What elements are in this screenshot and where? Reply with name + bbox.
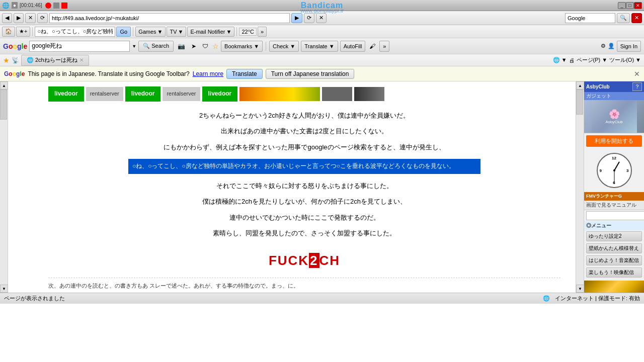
- rec-button[interactable]: [45, 3, 51, 9]
- scroll-thumb[interactable]: [0, 89, 7, 120]
- left-scrollbar[interactable]: ▲ ▼: [0, 81, 8, 293]
- add-btn[interactable]: ★+: [16, 27, 30, 37]
- games-btn[interactable]: Games ▼: [135, 27, 166, 37]
- go-button[interactable]: ▶: [291, 13, 302, 23]
- search-go-button[interactable]: 🔍: [617, 13, 630, 23]
- turn-off-translate-btn[interactable]: Turn off Japanese translation: [266, 69, 355, 79]
- fuck2ch-container: FUCK2CH: [48, 249, 560, 273]
- pause-button[interactable]: [53, 3, 59, 9]
- main-content-area: ▲ ▼ livedoor rentalserver livedoor renta…: [0, 81, 644, 293]
- statusbar-zone: インターネット | 保護モード: 有効: [555, 295, 640, 302]
- check-btn[interactable]: Check ▼: [269, 41, 299, 52]
- home-btn[interactable]: 🏠: [2, 27, 15, 37]
- content-p8: 素晴らし、同盟を発見したので、さっそく加盟する事にした。: [48, 227, 560, 239]
- scroll-track: [0, 89, 8, 285]
- stop-button[interactable]: [61, 3, 67, 9]
- sidebar-menu-item-1[interactable]: ゆったり設定2: [586, 231, 642, 241]
- favorites-tab[interactable]: 🌐 2chねらーは死ね ✕: [21, 55, 89, 66]
- refresh-button[interactable]: ⟳: [37, 13, 48, 23]
- fmv-menu-label: 画面で見るマニュアル: [584, 201, 644, 210]
- scroll-down-btn[interactable]: ▼: [0, 285, 8, 293]
- refresh-btn2[interactable]: ⟳: [304, 13, 314, 23]
- scroll-up-right-btn[interactable]: ▲: [576, 81, 584, 89]
- translate-btn[interactable]: Translate ▼: [301, 41, 338, 52]
- banner-rentalserver-2: rentalserver: [163, 87, 200, 101]
- stop-btn2[interactable]: ✕: [316, 13, 327, 23]
- google-search-input[interactable]: [29, 41, 130, 52]
- separator2: [133, 27, 133, 36]
- browser-icon: 🌐: [2, 2, 10, 9]
- settings-icon[interactable]: ⚙: [601, 43, 606, 49]
- minimize-button[interactable]: _: [618, 2, 626, 9]
- notifier-btn[interactable]: E-mail Notifier ▼: [187, 27, 234, 37]
- learn-more-link[interactable]: Learn more: [193, 70, 223, 77]
- toolbar-search-input[interactable]: [35, 27, 115, 37]
- autofill-btn[interactable]: AutoFill: [340, 41, 366, 52]
- camera-icon-btn[interactable]: 📷: [176, 41, 187, 52]
- back-button[interactable]: ◀: [2, 13, 12, 23]
- toolbar2: 🏠 ★+ Go Games ▼ TV ▼ E-mail Notifier ▼ 2…: [0, 25, 644, 38]
- sidebar-start-button[interactable]: 利用を開始する: [586, 135, 642, 147]
- favorites-tab-label: 2chねらーは死ね: [35, 56, 77, 64]
- expand-btn[interactable]: »: [379, 41, 389, 52]
- sidebar-help-icon[interactable]: ？: [632, 82, 642, 91]
- google-logo-translate: Google: [4, 70, 25, 77]
- banner-dark: [322, 87, 352, 101]
- print-btn[interactable]: 🖨: [569, 57, 575, 63]
- signin-button[interactable]: Sign In: [617, 41, 641, 52]
- content-p5: それでここで時々奴らに対する怒りをぶちまける事にした。: [48, 180, 560, 192]
- search-dropdown-arrow[interactable]: ▼: [132, 44, 136, 49]
- page-btn[interactable]: ページ(P) ▼: [577, 56, 608, 64]
- search-toolbar: Google ▼ 🔍 Search 📷 ➤ 🛡 ☆ Bookmarks ▼ Ch…: [0, 38, 644, 54]
- scroll-down-right-btn[interactable]: ▼: [576, 285, 584, 293]
- content-p2: 出来ればあの連中が書いた文書は2度と目にしたくない。: [48, 125, 560, 137]
- statusbar-text: ページが表示されました: [4, 295, 65, 302]
- address-input[interactable]: [49, 13, 290, 23]
- paint-icon-btn[interactable]: 🖌: [367, 41, 377, 52]
- shield-icon-btn[interactable]: 🛡: [200, 41, 210, 52]
- close-button[interactable]: ✕: [634, 2, 642, 9]
- sidebar-logo-image: 🌸 AsbyClub: [592, 100, 637, 133]
- sidebar-menu-item-4[interactable]: 楽しもう！映像配信: [586, 267, 642, 278]
- sidebar-header-row: AsbyClub ？: [584, 81, 644, 92]
- scroll-up-btn[interactable]: ▲: [0, 81, 8, 89]
- signin-area: ⚙ 👤 Sign In: [601, 41, 641, 52]
- close-tab-icon[interactable]: ✕: [79, 57, 84, 63]
- sidebar-menu-item-2[interactable]: 壁紙かんたん模様替え: [586, 243, 642, 253]
- sidebar-menu-header: ◎メニュー: [584, 221, 644, 230]
- right-scroll-track: [576, 89, 584, 285]
- go-btn[interactable]: Go: [116, 27, 131, 37]
- right-scrollbar[interactable]: ▲ ▼: [576, 81, 584, 293]
- clock-12: 12: [612, 156, 616, 160]
- translate-close-icon[interactable]: ✕: [634, 70, 640, 78]
- page-tools-btn[interactable]: 🌐 ▼: [553, 57, 567, 63]
- content-p1: 2ちゃんねらーとかいう2ch好きな人間がおり、僕は連中が全員嫌いだ。: [48, 110, 560, 121]
- banner-livedoor-3: livedoor: [202, 86, 238, 102]
- stop-button[interactable]: ✕: [25, 13, 36, 23]
- more-btn[interactable]: »: [258, 27, 267, 37]
- google-logo: Google: [3, 42, 27, 50]
- tv-btn[interactable]: TV ▼: [167, 27, 186, 37]
- translate-button[interactable]: Translate: [226, 69, 263, 79]
- statusbar: ページが表示されました 🌐 インターネット | 保護モード: 有効: [0, 293, 644, 304]
- tools-btn[interactable]: ツール(O) ▼: [609, 56, 641, 64]
- banner-row: livedoor rentalserver livedoor rentalser…: [48, 86, 560, 102]
- sidebar-search-input[interactable]: [586, 211, 644, 220]
- separator3: [236, 27, 237, 36]
- search-button[interactable]: 🔍 Search: [138, 41, 174, 52]
- maximize-button[interactable]: □: [626, 2, 634, 9]
- right-sidebar: AsbyClub ？ ガジェット 🌸 AsbyClub 利用を開始する 12 3…: [584, 81, 644, 293]
- clock-3: 3: [626, 168, 628, 173]
- nav-close-button[interactable]: ✕: [631, 13, 642, 23]
- search-engine-input[interactable]: [565, 13, 615, 23]
- arrow-icon-btn[interactable]: ➤: [189, 41, 198, 52]
- right-scroll-thumb[interactable]: [576, 89, 583, 115]
- forward-button[interactable]: ▶: [14, 13, 24, 23]
- translate-bar: Google This page is in Japanese. Transla…: [0, 66, 644, 81]
- sidebar-sub-label: ガジェット: [584, 92, 644, 100]
- sidebar-menu-item-3[interactable]: はじめよう！音楽配信: [586, 255, 642, 265]
- banner-livedoor-2: livedoor: [125, 86, 161, 102]
- star-icon: ★: [3, 56, 10, 64]
- statusbar-zone-icon: 🌐: [543, 295, 550, 302]
- bookmarks-btn[interactable]: Bookmarks ▼: [221, 41, 263, 52]
